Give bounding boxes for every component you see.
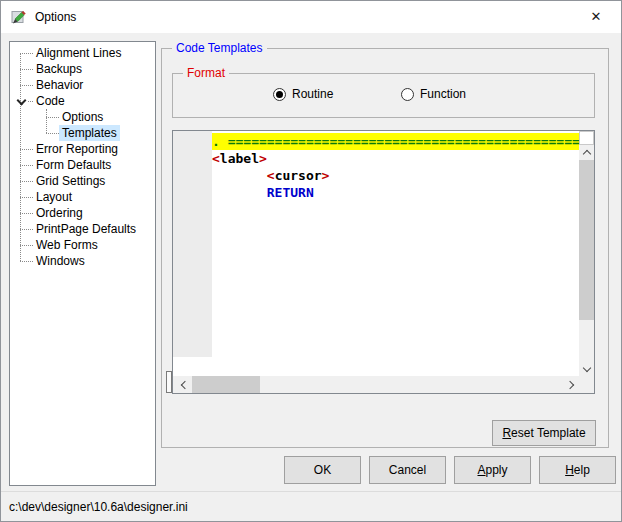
apply-button[interactable]: Apply (454, 456, 531, 484)
template-editor[interactable]: . ======================================… (172, 130, 595, 394)
sidebar-item-label: Web Forms (33, 237, 101, 253)
options-tree: Alignment Lines Backups Behavior Code Op… (9, 41, 156, 486)
tree-connector (20, 149, 33, 150)
sidebar-item-label: Error Reporting (33, 141, 121, 157)
sidebar-item-label: Behavior (33, 77, 86, 93)
chevron-down-icon[interactable] (17, 95, 27, 105)
radio-label: Function (420, 87, 466, 101)
radio-label: Routine (292, 87, 333, 101)
status-bar: c:\dev\designer\10.6a\designer.ini (1, 491, 621, 521)
sidebar-item-code[interactable]: Code (10, 93, 155, 109)
tree-connector (20, 197, 33, 198)
sidebar-item-backups[interactable]: Backups (10, 61, 155, 77)
tree-connector (20, 53, 33, 54)
app-icon (11, 9, 27, 25)
sidebar-item-code-options[interactable]: Options (10, 109, 155, 125)
radio-selected-icon (273, 88, 286, 101)
chevron-down-icon (582, 363, 590, 371)
tree-connector (20, 261, 33, 262)
sidebar-item-label: Form Defaults (33, 157, 114, 173)
sidebar-item-ordering[interactable]: Ordering (10, 205, 155, 221)
window-title: Options (35, 10, 76, 24)
routine-radio[interactable]: Routine (273, 87, 333, 101)
sidebar-item-alignment-lines[interactable]: Alignment Lines (10, 45, 155, 61)
scrollbar-corner (579, 376, 594, 393)
format-group: Format Routine Function (172, 73, 595, 118)
code-line-cursor: <cursor> (212, 167, 579, 184)
close-button[interactable]: ✕ (575, 1, 617, 32)
sidebar-item-web-forms[interactable]: Web Forms (10, 237, 155, 253)
tree-connector (20, 85, 33, 86)
tree-connector (46, 117, 59, 118)
tree-connector (20, 181, 33, 182)
scroll-right-button[interactable] (563, 376, 579, 393)
tree-connector (20, 165, 33, 166)
sidebar-item-label: Backups (33, 61, 85, 77)
tree-connector (20, 213, 33, 214)
scroll-down-button[interactable] (579, 361, 594, 376)
template-code[interactable]: . ======================================… (212, 131, 579, 376)
tree-connector (20, 245, 33, 246)
sidebar-item-code-templates[interactable]: Templates (10, 125, 155, 141)
sidebar-item-error-reporting[interactable]: Error Reporting (10, 141, 155, 157)
chevron-up-icon (582, 150, 590, 158)
chevron-left-icon (180, 380, 188, 388)
sidebar-item-label: Ordering (33, 205, 86, 221)
editor-gutter (173, 131, 212, 357)
sidebar-item-label: Grid Settings (33, 173, 108, 189)
cancel-button[interactable]: Cancel (369, 456, 446, 484)
sidebar-item-label: Code (33, 93, 68, 109)
group-title: Code Templates (172, 41, 267, 55)
sidebar-item-windows[interactable]: Windows (10, 253, 155, 269)
title-bar: Options ✕ (1, 1, 621, 33)
vscroll-thumb[interactable] (579, 160, 594, 320)
help-button[interactable]: Help (539, 456, 616, 484)
editor-vscrollbar[interactable] (579, 131, 594, 376)
tree-connector (20, 229, 33, 230)
splitter-handle[interactable] (166, 371, 172, 393)
sidebar-item-label: Windows (33, 253, 88, 269)
chevron-right-icon (565, 380, 573, 388)
options-dialog: Options ✕ Alignment Lines Backups Behavi… (0, 0, 622, 522)
close-icon: ✕ (591, 9, 602, 24)
tree-connector (20, 69, 33, 70)
code-line-label: <label> (212, 150, 579, 167)
scroll-up-button[interactable] (579, 145, 594, 160)
hscroll-thumb[interactable] (192, 376, 260, 393)
format-group-title: Format (183, 66, 229, 80)
sidebar-item-label: Alignment Lines (33, 45, 124, 61)
function-radio[interactable]: Function (401, 87, 466, 101)
status-file-path: c:\dev\designer\10.6a\designer.ini (9, 500, 188, 514)
sidebar-item-label: Layout (33, 189, 75, 205)
radio-unselected-icon (401, 88, 414, 101)
sidebar-item-form-defaults[interactable]: Form Defaults (10, 157, 155, 173)
code-line-comment: . ======================================… (212, 133, 579, 150)
sidebar-item-grid-settings[interactable]: Grid Settings (10, 173, 155, 189)
sidebar-item-layout[interactable]: Layout (10, 189, 155, 205)
sidebar-item-label: PrintPage Defaults (33, 221, 139, 237)
tree-connector (46, 133, 59, 134)
vscrollbar-top-gap (579, 131, 594, 145)
sidebar-item-printpage-defaults[interactable]: PrintPage Defaults (10, 221, 155, 237)
ok-button[interactable]: OK (284, 456, 361, 484)
code-line-return: RETURN (212, 184, 579, 201)
scroll-left-button[interactable] (175, 376, 191, 393)
editor-hscrollbar[interactable] (173, 376, 579, 393)
sidebar-item-label: Options (59, 109, 106, 125)
reset-template-button[interactable]: Reset Template (492, 420, 596, 446)
code-templates-group: Code Templates Format Routine Function .… (161, 48, 609, 448)
sidebar-item-label: Templates (59, 125, 120, 141)
sidebar-item-behavior[interactable]: Behavior (10, 77, 155, 93)
